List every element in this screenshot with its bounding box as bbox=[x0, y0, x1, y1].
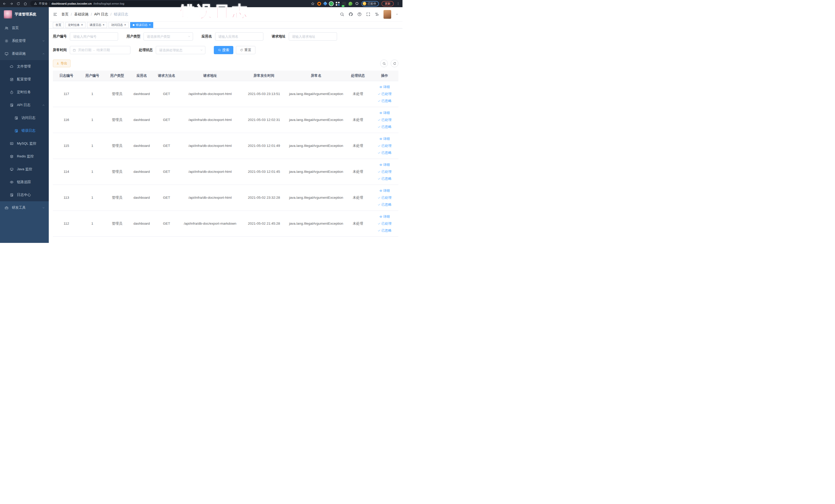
extension-blue-icon[interactable] bbox=[323, 2, 328, 6]
extension-green-icon[interactable] bbox=[329, 2, 333, 6]
tab-close-icon[interactable]: × bbox=[149, 23, 151, 26]
sidebar-item[interactable]: Redis 监控 bbox=[0, 150, 49, 163]
cell-app-name: dashboard bbox=[130, 210, 154, 237]
detail-link[interactable]: 详细 bbox=[380, 85, 390, 89]
sidebar-item[interactable]: 文件管理 bbox=[0, 60, 49, 73]
cell-user-id: 1 bbox=[80, 133, 105, 159]
extension-grid-icon[interactable] bbox=[336, 2, 340, 6]
user-type-select[interactable] bbox=[143, 32, 193, 41]
sidebar-item[interactable]: 定时任务 bbox=[0, 86, 49, 99]
fontsize-icon[interactable] bbox=[375, 12, 379, 16]
help-icon[interactable] bbox=[357, 12, 362, 16]
breadcrumb-item[interactable]: 错误日志 bbox=[114, 12, 128, 17]
sidebar-item[interactable]: 日志中心 bbox=[0, 188, 49, 201]
app-logo[interactable]: 芋道管理系统 bbox=[0, 7, 49, 22]
address-bar[interactable]: 不安全 dashboard.yudao.iocoder.cn/infra/log… bbox=[30, 1, 202, 6]
github-icon[interactable] bbox=[349, 12, 353, 16]
java-icon bbox=[10, 167, 14, 171]
sidebar-item[interactable]: Java 监控 bbox=[0, 163, 49, 176]
extension-leaf-icon[interactable] bbox=[349, 2, 352, 6]
cell-status: 未处理 bbox=[345, 185, 371, 210]
sidebar-item[interactable]: API 日志 bbox=[0, 99, 49, 112]
date-range-picker[interactable]: 开始日期 - 结束日期 bbox=[70, 46, 130, 54]
mark-processed-link[interactable]: 已处理 bbox=[378, 195, 391, 200]
mark-ignored-link[interactable]: 已忽略 bbox=[378, 124, 391, 129]
mark-processed-link[interactable]: 已处理 bbox=[378, 143, 391, 148]
breadcrumb-separator: / bbox=[91, 12, 92, 16]
browser-menu-icon[interactable] bbox=[396, 2, 400, 6]
sidebar-item[interactable]: 访问日志 bbox=[0, 112, 49, 124]
detail-link[interactable]: 详细 bbox=[380, 163, 390, 167]
cell-app-name: dashboard bbox=[130, 81, 154, 107]
mark-ignored-link[interactable]: 已忽略 bbox=[378, 99, 391, 103]
sidebar-item[interactable]: MySQL 监控 bbox=[0, 137, 49, 150]
view-tab[interactable]: 访问日志 × bbox=[108, 22, 128, 28]
hamburger-icon[interactable] bbox=[53, 12, 58, 17]
reload-icon[interactable] bbox=[16, 2, 20, 6]
view-tab[interactable]: 定时任务 × bbox=[65, 22, 85, 28]
breadcrumb-item[interactable]: 基础设施 bbox=[74, 12, 88, 17]
mark-ignored-link[interactable]: 已忽略 bbox=[378, 176, 391, 181]
mark-processed-link[interactable]: 已处理 bbox=[378, 118, 391, 122]
profile-paused-chip[interactable]: 已暂停 bbox=[361, 1, 379, 6]
extension-orange-icon[interactable] bbox=[317, 2, 321, 6]
timer-icon bbox=[10, 90, 14, 94]
table-toolbar: 导出 bbox=[53, 60, 399, 67]
view-tab[interactable]: 调度日志 × bbox=[87, 22, 107, 28]
toolbox-icon bbox=[5, 206, 8, 210]
mark-ignored-link[interactable]: 已忽略 bbox=[378, 150, 391, 155]
update-button[interactable]: 更新 bbox=[382, 1, 394, 6]
sidebar-item[interactable]: 基础设施 bbox=[0, 47, 49, 60]
reset-button[interactable]: 重置 bbox=[236, 46, 256, 54]
home-icon[interactable] bbox=[23, 2, 27, 6]
sidebar-item[interactable]: 链路追踪 bbox=[0, 176, 49, 188]
cell-actions: 详细 已处理 已忽略 bbox=[371, 81, 399, 107]
view-tab[interactable]: 错误日志 × bbox=[130, 22, 153, 28]
navbar-search-icon[interactable] bbox=[340, 12, 344, 16]
extensions-puzzle-icon[interactable] bbox=[355, 2, 359, 6]
status-select[interactable] bbox=[156, 46, 205, 54]
warning-icon bbox=[34, 2, 37, 5]
mark-processed-link[interactable]: 已处理 bbox=[378, 221, 391, 226]
app-name-input[interactable] bbox=[215, 32, 263, 41]
app-title: 芋道管理系统 bbox=[15, 12, 36, 17]
mark-processed-link[interactable]: 已处理 bbox=[378, 169, 391, 174]
sidebar-item[interactable]: 首页 bbox=[0, 22, 49, 35]
fullscreen-icon[interactable] bbox=[366, 12, 370, 16]
caret-down-icon[interactable] bbox=[395, 13, 399, 16]
mark-ignored-link[interactable]: 已忽略 bbox=[378, 228, 391, 233]
sidebar-item[interactable]: 配置管理 bbox=[0, 73, 49, 86]
breadcrumb-item[interactable]: API 日志 bbox=[94, 12, 108, 17]
search-button[interactable]: 搜索 bbox=[214, 46, 233, 54]
export-button[interactable]: 导出 bbox=[53, 60, 70, 67]
check-icon bbox=[378, 118, 381, 121]
user-id-input[interactable] bbox=[70, 32, 118, 41]
sidebar-item[interactable]: 研发工具 bbox=[0, 201, 49, 214]
tab-close-icon[interactable]: × bbox=[124, 23, 126, 26]
tab-close-icon[interactable]: × bbox=[103, 23, 104, 26]
extension-on-icon[interactable]: on bbox=[342, 2, 346, 6]
back-icon[interactable] bbox=[3, 2, 6, 6]
table-header-cell: 请求地址 bbox=[179, 70, 241, 81]
bookmark-star-icon[interactable] bbox=[311, 2, 315, 6]
user-id-label: 用户编号 bbox=[53, 34, 67, 39]
refresh-table-button[interactable] bbox=[391, 60, 399, 67]
cell-exception: java.lang.IllegalArgumentException bbox=[287, 210, 345, 237]
sidebar-item[interactable]: 系统管理 bbox=[0, 35, 49, 47]
cell-user-id: 1 bbox=[80, 107, 105, 133]
user-avatar[interactable] bbox=[384, 10, 391, 19]
detail-link[interactable]: 详细 bbox=[380, 110, 390, 115]
sidebar-item[interactable]: 错误日志 bbox=[0, 124, 49, 137]
toggle-search-button[interactable] bbox=[380, 60, 388, 67]
table-header-cell: 日志编号 bbox=[53, 70, 80, 81]
breadcrumb-item[interactable]: 首页 bbox=[61, 12, 68, 17]
view-tab[interactable]: 首页 × bbox=[53, 22, 64, 28]
detail-link[interactable]: 详细 bbox=[380, 188, 390, 193]
detail-link[interactable]: 详细 bbox=[380, 137, 390, 141]
forward-icon[interactable] bbox=[9, 2, 13, 6]
mark-ignored-link[interactable]: 已忽略 bbox=[378, 202, 391, 207]
tab-close-icon[interactable]: × bbox=[81, 23, 83, 26]
detail-link[interactable]: 详细 bbox=[380, 215, 390, 219]
request-url-input[interactable] bbox=[289, 32, 337, 41]
mark-processed-link[interactable]: 已处理 bbox=[378, 92, 391, 96]
